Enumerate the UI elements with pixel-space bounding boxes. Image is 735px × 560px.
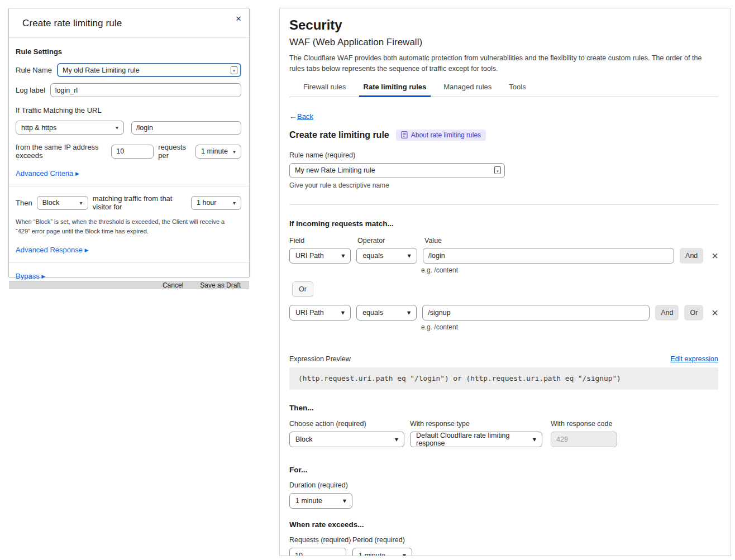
duration-dropdown[interactable]: 1 minute ▾ [289, 493, 352, 509]
threshold-prefix-label: from the same IP address exceeds [16, 143, 107, 160]
chevron-down-icon: ▾ [395, 435, 398, 443]
divider [9, 186, 249, 186]
cancel-button[interactable]: Cancel [163, 281, 183, 289]
operator-column-label: Operator [357, 237, 424, 245]
period-label: Period (required) [352, 536, 405, 544]
dialog-header: Create rate limiting rule × [9, 8, 249, 38]
rule-name-input[interactable] [289, 163, 505, 178]
log-label-label: Log label [16, 86, 45, 94]
requests-per-label: requests per [158, 143, 191, 160]
requests-input[interactable] [289, 548, 346, 556]
response-code-input [551, 432, 617, 447]
or-button[interactable]: Or [684, 305, 703, 320]
scheme-dropdown[interactable]: http & https ▾ [16, 121, 124, 135]
and-button[interactable]: And [680, 248, 703, 264]
waf-description: The Cloudflare WAF provides both automat… [289, 53, 718, 74]
chevron-down-icon: ▾ [80, 200, 83, 206]
disclosure-triangle-icon: ▶ [41, 274, 45, 279]
advanced-response-link[interactable]: Advanced Response ▶ [16, 246, 89, 254]
period-dropdown[interactable]: 1 minute ▾ [352, 548, 412, 556]
document-icon [401, 131, 408, 138]
tab-firewall-rules[interactable]: Firewall rules [303, 83, 346, 97]
advanced-criteria-link[interactable]: Advanced Criteria ▶ [16, 169, 79, 178]
value-input[interactable] [422, 305, 650, 320]
then-heading: Then... [289, 404, 718, 412]
field-dropdown[interactable]: URI Path ▾ [289, 248, 351, 264]
chevron-down-icon: ▾ [233, 200, 236, 206]
chevron-down-icon: ▾ [343, 496, 346, 505]
page-title: Security [289, 17, 718, 33]
rule-settings-heading: Rule Settings [16, 47, 241, 56]
rate-exceeds-heading: When rate exceeds... [289, 520, 718, 529]
operator-dropdown[interactable]: equals ▾ [356, 248, 417, 264]
waf-subtitle: WAF (Web Application Firewall) [289, 37, 718, 48]
section-divider [289, 204, 718, 205]
traffic-matching-label: If Traffic Matching the URL [16, 106, 241, 114]
match-row: URI Path ▾ equals ▾ And × [289, 248, 718, 264]
operator-dropdown[interactable]: equals ▾ [356, 305, 417, 320]
chevron-down-icon: ▾ [533, 435, 536, 443]
action-dropdown[interactable]: Block ▾ [37, 196, 88, 210]
expression-preview-code: (http.request.uri.path eq "/login") or (… [289, 367, 718, 390]
chevron-down-icon: ▾ [341, 308, 345, 317]
disclosure-triangle-icon: ▶ [85, 247, 89, 253]
or-connector-button[interactable]: Or [292, 281, 313, 297]
chevron-down-icon: ▾ [407, 308, 411, 317]
action-dropdown[interactable]: Block ▾ [289, 432, 404, 447]
dialog-title: Create rate limiting rule [22, 18, 240, 29]
response-type-dropdown[interactable]: Default Cloudflare rate limiting respons… [410, 432, 542, 447]
rule-name-input[interactable] [57, 63, 241, 77]
for-heading: For... [289, 466, 718, 474]
divider [9, 262, 249, 263]
match-row: URI Path ▾ equals ▾ And Or × [289, 305, 718, 320]
tab-managed-rules[interactable]: Managed rules [443, 83, 491, 97]
field-dropdown[interactable]: URI Path ▾ [289, 305, 351, 320]
rule-name-helper: Give your rule a descriptive name [289, 181, 718, 189]
ban-duration-dropdown[interactable]: 1 hour ▾ [191, 196, 241, 210]
chevron-down-icon: ▾ [341, 251, 345, 260]
expression-preview-label: Expression Preview [289, 355, 351, 363]
threshold-input[interactable] [111, 145, 154, 159]
back-link[interactable]: ←Back [289, 112, 313, 121]
choose-action-label: Choose action (required) [289, 420, 410, 428]
remove-row-icon[interactable]: × [712, 307, 718, 318]
value-input[interactable] [423, 248, 674, 264]
chevron-down-icon: ▾ [116, 125, 118, 131]
response-type-label: With response type [410, 420, 551, 428]
duration-label: Duration (required) [289, 481, 718, 489]
tab-rate-limiting-rules[interactable]: Rate limiting rules [364, 83, 427, 97]
bypass-link[interactable]: Bypass ▶ [16, 272, 45, 280]
value-helper: e.g. /content [421, 323, 718, 331]
chevron-down-icon: ▾ [408, 251, 411, 260]
edit-expression-link[interactable]: Edit expression [671, 355, 718, 363]
incoming-requests-heading: If incoming requests match... [289, 219, 718, 228]
autofill-icon[interactable]: ▼ [231, 66, 237, 74]
about-rate-limiting-badge[interactable]: About rate limiting rules [396, 130, 486, 141]
rule-name-label: Rule Name [16, 66, 52, 74]
back-arrow-icon: ← [289, 112, 297, 121]
value-helper: e.g. /content [421, 266, 718, 274]
and-button[interactable]: And [655, 305, 679, 320]
period-dropdown[interactable]: 1 minute ▾ [195, 145, 241, 159]
autofill-icon[interactable]: ▼ [494, 166, 501, 174]
matching-traffic-label: matching traffic from that visitor for [93, 194, 187, 211]
value-column-label: Value [424, 237, 442, 245]
field-column-label: Field [289, 237, 357, 245]
waf-panel: Security WAF (Web Application Firewall) … [279, 8, 731, 556]
disclosure-triangle-icon: ▶ [75, 171, 79, 176]
block-note: When “Block” is set, when the threshold … [16, 217, 233, 236]
close-icon[interactable]: × [236, 14, 241, 23]
url-input[interactable] [131, 121, 241, 135]
old-rate-limit-dialog: Create rate limiting rule × Rule Setting… [8, 8, 250, 277]
chevron-down-icon: ▾ [233, 149, 236, 155]
requests-label: Requests (required) [289, 536, 352, 544]
then-label: Then [16, 199, 32, 207]
log-label-input[interactable] [50, 83, 241, 97]
tab-tools[interactable]: Tools [509, 83, 526, 97]
save-as-draft-button[interactable]: Save as Draft [200, 281, 241, 289]
create-rule-heading: Create rate limiting rule [289, 130, 389, 140]
rule-name-label: Rule name (required) [289, 151, 718, 159]
chevron-down-icon: ▾ [403, 551, 406, 556]
page: Create rate limiting rule × Rule Setting… [0, 0, 735, 560]
remove-row-icon[interactable]: × [712, 250, 718, 261]
